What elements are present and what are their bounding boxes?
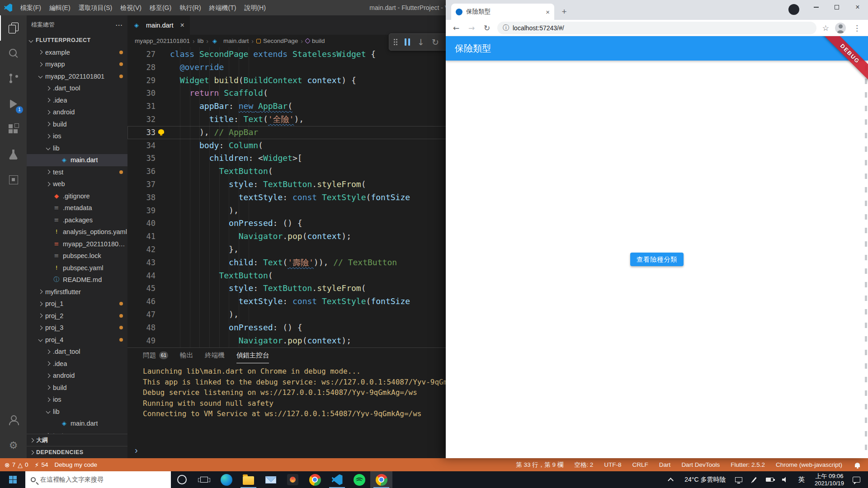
tree-item-.dart_tool[interactable]: .dart_tool — [27, 346, 127, 358]
minimize-button[interactable] — [806, 0, 826, 14]
activitybar-search[interactable] — [0, 41, 27, 66]
forward-button[interactable]: → — [465, 21, 478, 35]
tree-item-.idea[interactable]: .idea — [27, 94, 127, 107]
taskbar-app-task-view[interactable] — [193, 471, 215, 488]
tree-item-myfirstflutter[interactable]: myfirstflutter — [27, 286, 127, 298]
breadcrumb-item-build[interactable]: build — [306, 38, 325, 44]
status-item[interactable]: Chrome (web-javascript) — [776, 461, 842, 468]
tree-item-myapp[interactable]: myapp — [27, 58, 127, 70]
tree-item-ios[interactable]: ios — [27, 130, 127, 142]
editor-tab-main-dart[interactable]: ◈ main.dart × — [127, 15, 190, 35]
tree-item-android[interactable]: android — [27, 106, 127, 118]
bookmark-star-icon[interactable]: ☆ — [820, 23, 831, 33]
tree-item-lib[interactable]: lib — [27, 142, 127, 155]
tree-item-proj_3[interactable]: proj_3 — [27, 322, 127, 334]
tree-item-.gitignore[interactable]: ◆.gitignore — [27, 190, 127, 202]
quick-fix-lightbulb-icon[interactable] — [158, 129, 164, 134]
status-item[interactable]: Flutter: 2.5.2 — [731, 461, 765, 468]
reload-button[interactable]: ↻ — [480, 21, 494, 35]
activitybar-extensions[interactable] — [0, 117, 27, 142]
tree-item-build[interactable]: build — [27, 382, 127, 394]
tree-item-.idea[interactable]: .idea — [27, 358, 127, 370]
step-into-icon[interactable]: ↓ — [417, 38, 425, 47]
tray-battery[interactable] — [762, 477, 777, 483]
tray-display[interactable] — [731, 477, 746, 483]
status-item[interactable]: CRLF — [632, 461, 648, 468]
browser-tab[interactable]: 保險類型 × — [451, 4, 554, 20]
activitybar-testing[interactable] — [0, 142, 27, 167]
profile-badge[interactable] — [788, 4, 799, 15]
tree-item-analysis_options.yaml[interactable]: !analysis_options.yaml — [27, 226, 127, 238]
tree-item-test[interactable]: test — [27, 166, 127, 178]
tree-item-proj_1[interactable]: proj_1 — [27, 298, 127, 310]
tree-item-FLUTTERPROJECT[interactable]: FLUTTERPROJECT — [27, 34, 127, 47]
taskbar-app-cortana[interactable] — [171, 471, 193, 488]
breadcrumb-item-main.dart[interactable]: ◈main.dart — [211, 38, 249, 45]
taskbar-app-chrome-active[interactable] — [370, 471, 392, 488]
taskbar-app-mail[interactable] — [259, 471, 282, 488]
menu-item-編輯(E)[interactable]: 編輯(E) — [45, 0, 75, 15]
tree-item-pubspec.yaml[interactable]: !pubspec.yaml — [27, 262, 127, 274]
panel-tab-終端機[interactable]: 終端機 — [205, 348, 225, 363]
more-actions-icon[interactable]: ⋯ — [115, 21, 123, 29]
debug-console-prompt[interactable]: › — [135, 446, 138, 455]
action-center-button[interactable] — [849, 477, 864, 483]
breadcrumb-item-myapp_2021101801[interactable]: myapp_2021101801 — [135, 38, 190, 44]
tab-close-icon[interactable]: × — [546, 8, 550, 16]
breadcrumb-item-lib[interactable]: lib — [198, 38, 204, 44]
activitybar-explorer[interactable] — [0, 15, 27, 41]
pause-icon[interactable] — [405, 38, 410, 46]
tree-item-build[interactable]: build — [27, 118, 127, 131]
weather-widget[interactable]: 24°C 多雲時陰 — [679, 476, 731, 484]
breadcrumb-item-SecondPage[interactable]: SecondPage — [256, 38, 298, 44]
maximize-button[interactable] — [826, 0, 847, 14]
taskbar-app-edge[interactable] — [215, 471, 237, 488]
tree-item-.dart_tool[interactable]: .dart_tool — [27, 82, 127, 94]
menu-item-移至(G)[interactable]: 移至(G) — [146, 0, 175, 15]
activitybar-settings[interactable]: ⚙ — [0, 433, 27, 458]
tray-speaker[interactable] — [777, 477, 793, 483]
tray-pen[interactable] — [746, 477, 762, 483]
panel-tab-輸出[interactable]: 輸出 — [180, 348, 193, 363]
menu-item-終端機(T)[interactable]: 終端機(T) — [205, 0, 241, 15]
taskbar-app-photos[interactable] — [282, 471, 304, 488]
taskbar-app-vscode[interactable] — [326, 471, 348, 488]
tree-item-myapp_2021101801.iml[interactable]: ≡myapp_2021101801.iml — [27, 238, 127, 250]
sidebar-section-大綱[interactable]: 大綱 — [27, 434, 127, 446]
tree-item-.packages[interactable]: ≡.packages — [27, 214, 127, 226]
tree-item-android[interactable]: android — [27, 370, 127, 382]
tree-item-pubspec.lock[interactable]: ≡pubspec.lock — [27, 250, 127, 262]
status-item[interactable]: 空格: 2 — [574, 461, 593, 469]
tree-item-main.dart[interactable]: ◈main.dart — [27, 154, 127, 166]
status-item[interactable]: UTF-8 — [604, 461, 621, 468]
clock[interactable]: 上午 09:06 2021/10/19 — [810, 473, 849, 487]
tree-item-lib[interactable]: lib — [27, 406, 127, 418]
taskbar-app-spotify[interactable] — [348, 471, 370, 488]
tree-item-proj_4[interactable]: proj_4 — [27, 334, 127, 346]
new-tab-button[interactable]: + — [558, 5, 571, 18]
taskbar-app-file-explorer[interactable] — [237, 471, 259, 488]
extra-counter[interactable]: ⚡ 54 — [35, 461, 48, 469]
page-scrollbar[interactable] — [865, 65, 867, 455]
restart-icon[interactable]: ↻ — [432, 38, 439, 47]
taskbar-search[interactable]: 在這裡輸入文字來搜尋 — [25, 471, 171, 488]
back-button[interactable]: ← — [449, 21, 463, 35]
site-info-icon[interactable]: ⓘ — [503, 24, 509, 32]
sidebar-section-DEPENDENCIES[interactable]: DEPENDENCIES — [27, 446, 127, 458]
profile-avatar-icon[interactable] — [835, 23, 846, 33]
ime-indicator[interactable]: 英 — [793, 475, 810, 484]
tree-item-web[interactable]: web — [27, 178, 127, 190]
tree-item-ios[interactable]: ios — [27, 394, 127, 406]
activitybar-source-control[interactable] — [0, 66, 27, 91]
panel-tab-問題[interactable]: 問題61 — [143, 348, 168, 363]
taskbar-app-chrome[interactable] — [304, 471, 326, 488]
tree-item-example[interactable]: example — [27, 47, 127, 59]
debug-session-label[interactable]: Debug my code — [54, 461, 97, 468]
activitybar-run-debug[interactable]: 1 — [0, 91, 27, 117]
start-button[interactable] — [0, 471, 25, 488]
tree-item-test[interactable]: test — [27, 430, 127, 434]
drag-handle-icon[interactable] — [394, 39, 397, 45]
browser-menu-icon[interactable]: ⋮ — [849, 23, 864, 33]
status-item[interactable]: Dart — [659, 461, 671, 468]
address-bar[interactable]: ⓘ localhost:57243/#/ — [497, 22, 816, 34]
